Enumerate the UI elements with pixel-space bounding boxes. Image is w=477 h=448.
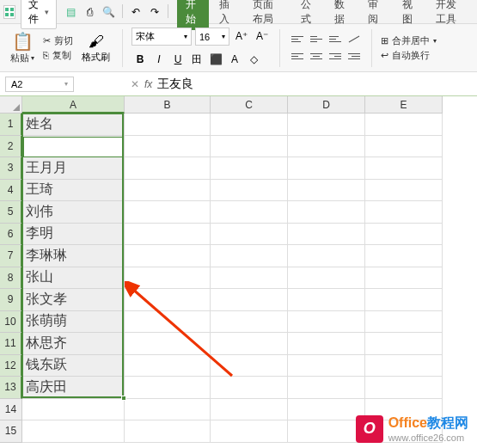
cell-C12[interactable] [211, 355, 288, 377]
cell-D14[interactable] [288, 399, 365, 421]
cell-D3[interactable] [288, 157, 365, 180]
cell-D7[interactable] [288, 245, 365, 267]
cell-E7[interactable] [365, 245, 443, 267]
cell-C9[interactable] [211, 289, 288, 311]
cell-B10[interactable] [125, 311, 211, 334]
increase-font-icon[interactable]: A⁺ [233, 28, 250, 45]
cell-C13[interactable] [211, 377, 288, 399]
row-header-1[interactable]: 1 [0, 114, 22, 136]
cell-A14[interactable] [22, 399, 125, 421]
cell-B12[interactable] [125, 355, 211, 377]
cell-E12[interactable] [365, 355, 443, 377]
paste-button[interactable]: 📋 粘贴▾ [5, 29, 40, 66]
cell-C10[interactable] [211, 311, 288, 334]
cell-C15[interactable] [211, 420, 288, 443]
cell-E13[interactable] [365, 377, 443, 399]
cancel-icon[interactable]: ✕ [131, 78, 139, 90]
print-icon[interactable]: ⎙ [83, 4, 98, 20]
fill-color-button[interactable]: ⬛ [207, 51, 224, 68]
cell-E9[interactable] [365, 289, 443, 311]
cell-B1[interactable] [125, 114, 211, 136]
font-name-select[interactable]: 宋体 ▾ [131, 28, 192, 46]
cell-D2[interactable] [288, 136, 365, 158]
cell-B3[interactable] [125, 157, 211, 180]
cell-D10[interactable] [288, 311, 365, 334]
cell-E10[interactable] [365, 311, 443, 334]
fx-icon[interactable]: fx [144, 78, 152, 90]
cell-A10[interactable]: 张萌萌 [22, 311, 125, 334]
cell-C5[interactable] [211, 201, 288, 224]
cell-B4[interactable] [125, 180, 211, 202]
font-color-button[interactable]: A [226, 51, 243, 68]
italic-button[interactable]: I [150, 51, 168, 68]
row-header-8[interactable]: 8 [0, 267, 22, 290]
align-center-icon[interactable] [308, 50, 325, 64]
align-bottom-icon[interactable] [327, 33, 344, 46]
cell-A5[interactable]: 刘伟 [22, 201, 125, 224]
preview-icon[interactable]: 🔍 [101, 4, 117, 20]
cell-A1[interactable]: 姓名 [22, 114, 125, 136]
cell-B2[interactable] [125, 136, 211, 158]
cell-A15[interactable] [22, 420, 125, 443]
undo-icon[interactable]: ↶ [128, 4, 144, 20]
orientation-icon[interactable] [346, 33, 363, 46]
row-header-9[interactable]: 9 [0, 289, 22, 311]
column-header-b[interactable]: B [125, 96, 211, 114]
decrease-font-icon[interactable]: A⁻ [254, 28, 271, 45]
cell-D4[interactable] [288, 180, 365, 202]
bold-button[interactable]: B [131, 51, 149, 68]
cell-C8[interactable] [211, 267, 288, 290]
cell-E6[interactable] [365, 224, 443, 246]
cell-E5[interactable] [365, 201, 443, 224]
highlight-button[interactable]: ◇ [245, 51, 262, 68]
cell-A11[interactable]: 林思齐 [22, 333, 125, 355]
tab-start[interactable]: 开始 [177, 0, 209, 30]
column-header-e[interactable]: E [365, 96, 443, 114]
row-header-4[interactable]: 4 [0, 180, 22, 202]
cell-D11[interactable] [288, 333, 365, 355]
align-left-icon[interactable] [289, 50, 306, 64]
cell-C7[interactable] [211, 245, 288, 267]
cell-A8[interactable]: 张山 [22, 267, 125, 290]
align-top-icon[interactable] [289, 33, 306, 46]
select-all-corner[interactable] [0, 96, 22, 114]
cell-E3[interactable] [365, 157, 443, 180]
indent-icon[interactable] [346, 50, 363, 64]
redo-icon[interactable]: ↷ [147, 4, 162, 20]
cell-B14[interactable] [125, 399, 211, 421]
cell-D13[interactable] [288, 377, 365, 399]
align-middle-icon[interactable] [308, 33, 325, 46]
column-header-d[interactable]: D [288, 96, 365, 114]
copy-button[interactable]: ⎘ 复制 [43, 49, 73, 62]
row-header-5[interactable]: 5 [0, 201, 22, 224]
cell-C11[interactable] [211, 333, 288, 355]
cell-E1[interactable] [365, 114, 443, 136]
row-header-11[interactable]: 11 [0, 333, 22, 355]
name-box[interactable]: A2 ▾ [5, 77, 74, 92]
cell-D15[interactable] [288, 420, 365, 443]
cut-button[interactable]: ✂ 剪切 [43, 34, 73, 47]
cell-A13[interactable]: 高庆田 [22, 377, 125, 399]
cell-B11[interactable] [125, 333, 211, 355]
row-header-14[interactable]: 14 [0, 399, 22, 421]
cell-B8[interactable] [125, 267, 211, 290]
tab-formula[interactable]: 公式 [292, 0, 324, 32]
cell-B5[interactable] [125, 201, 211, 224]
cell-C3[interactable] [211, 157, 288, 180]
cell-D6[interactable] [288, 224, 365, 246]
cell-B15[interactable] [125, 420, 211, 443]
app-logo-icon[interactable] [3, 5, 15, 19]
tab-dev[interactable]: 开发工具 [427, 0, 474, 32]
row-header-13[interactable]: 13 [0, 377, 22, 399]
cell-C14[interactable] [211, 399, 288, 421]
row-header-15[interactable]: 15 [0, 420, 22, 443]
cell-D1[interactable] [288, 114, 365, 136]
cell-D12[interactable] [288, 355, 365, 377]
underline-button[interactable]: U [169, 51, 187, 68]
formula-content[interactable]: 王友良 [157, 77, 193, 92]
tab-review[interactable]: 审阅 [359, 0, 391, 32]
cell-E2[interactable] [365, 136, 443, 158]
cell-B7[interactable] [125, 245, 211, 267]
border-button[interactable]: 田 [188, 51, 205, 68]
cell-D8[interactable] [288, 267, 365, 290]
